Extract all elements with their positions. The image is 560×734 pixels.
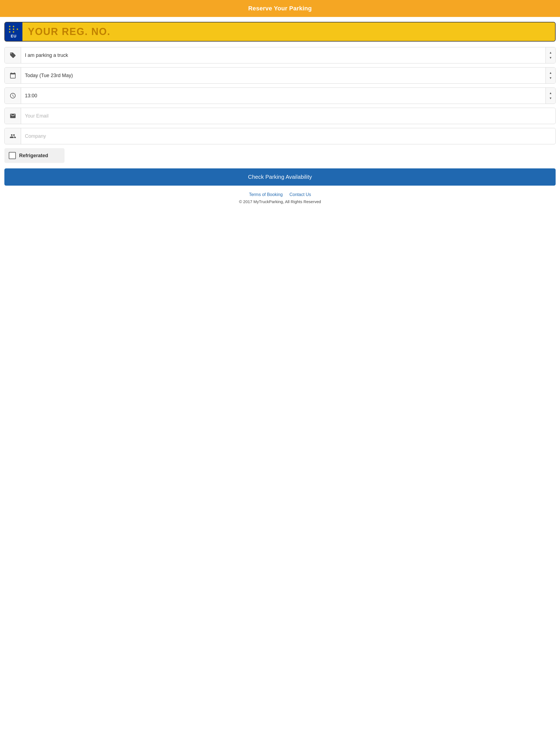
email-field [4, 108, 556, 124]
refrigerated-container[interactable]: Refrigerated [4, 148, 65, 163]
calendar-icon [5, 68, 21, 83]
copyright-text: © 2017 MyTruckParking, All Rights Reserv… [4, 199, 556, 204]
eu-stars: ★ ★★ ★ ★★ ★ [8, 25, 19, 33]
company-field [4, 128, 556, 144]
company-input[interactable] [21, 128, 555, 144]
eu-section: ★ ★★ ★ ★★ ★ EU [5, 22, 22, 41]
company-icon [5, 128, 21, 144]
stepper-up[interactable]: ▲ [547, 50, 554, 55]
page-header: Reserve Your Parking [0, 0, 560, 17]
stepper-up[interactable]: ▲ [547, 91, 554, 96]
plate-number-section[interactable] [22, 22, 555, 41]
terms-link[interactable]: Terms of Booking [249, 192, 283, 197]
refrigerated-checkbox[interactable] [9, 152, 16, 159]
vehicle-type-stepper[interactable]: ▲ ▼ [546, 47, 555, 63]
license-plate: ★ ★★ ★ ★★ ★ EU [4, 22, 556, 42]
tag-icon [5, 47, 21, 63]
time-stepper[interactable]: ▲ ▼ [546, 88, 555, 104]
footer-links: Terms of Booking Contact Us [4, 192, 556, 197]
check-availability-button[interactable]: Check Parking Availability [4, 168, 556, 186]
page-title: Reserve Your Parking [248, 5, 312, 12]
vehicle-type-field: I am parking a truck I am parking a car … [4, 47, 556, 63]
main-content: ★ ★★ ★ ★★ ★ EU I am parking a truck I am… [0, 17, 560, 209]
date-stepper[interactable]: ▲ ▼ [546, 68, 555, 83]
time-select[interactable]: 12:00 12:30 13:00 13:30 14:00 [21, 88, 546, 104]
email-icon [5, 108, 21, 124]
stepper-down[interactable]: ▼ [547, 75, 554, 81]
stepper-up[interactable]: ▲ [547, 70, 554, 75]
email-input[interactable] [21, 108, 555, 124]
stepper-down[interactable]: ▼ [547, 96, 554, 101]
eu-label: EU [11, 34, 16, 38]
refrigerated-label[interactable]: Refrigerated [19, 153, 48, 159]
contact-link[interactable]: Contact Us [289, 192, 311, 197]
stepper-down[interactable]: ▼ [547, 55, 554, 60]
plate-number-input[interactable] [28, 26, 550, 37]
clock-icon [5, 88, 21, 104]
vehicle-type-select[interactable]: I am parking a truck I am parking a car … [21, 47, 546, 63]
date-field: Today (Tue 23rd May) Tomorrow Other date… [4, 67, 556, 84]
time-field: 12:00 12:30 13:00 13:30 14:00 ▲ ▼ [4, 88, 556, 104]
date-select[interactable]: Today (Tue 23rd May) Tomorrow Other date [21, 68, 546, 83]
